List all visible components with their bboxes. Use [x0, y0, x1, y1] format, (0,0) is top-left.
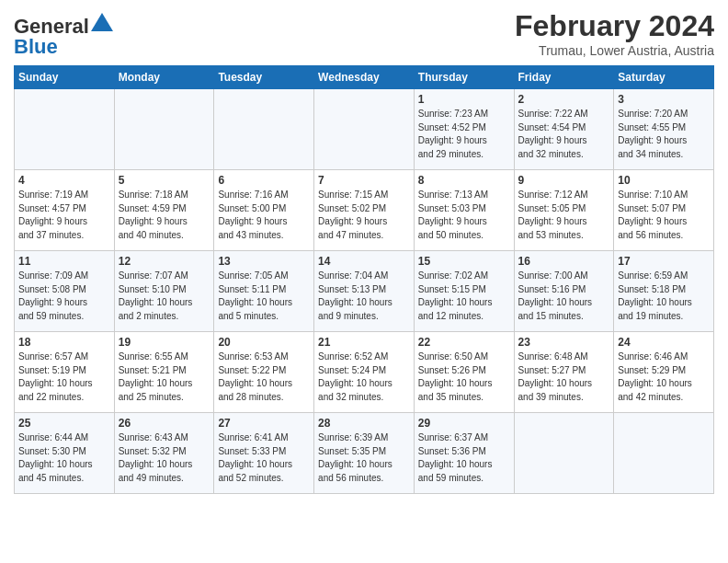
- calendar-cell: 1Sunrise: 7:23 AM Sunset: 4:52 PM Daylig…: [414, 89, 514, 170]
- calendar-cell: 26Sunrise: 6:43 AM Sunset: 5:32 PM Dayli…: [114, 413, 214, 494]
- day-number: 25: [18, 417, 110, 430]
- cell-info: Sunrise: 7:18 AM Sunset: 4:59 PM Dayligh…: [119, 189, 210, 242]
- cell-info: Sunrise: 6:52 AM Sunset: 5:24 PM Dayligh…: [318, 350, 410, 404]
- cell-info: Sunrise: 7:19 AM Sunset: 4:57 PM Dayligh…: [18, 189, 110, 242]
- calendar-cell: [314, 89, 415, 170]
- day-number: 13: [218, 255, 310, 268]
- calendar-cell: [614, 413, 714, 494]
- header-sunday: Sunday: [15, 66, 115, 89]
- calendar-body: 1Sunrise: 7:23 AM Sunset: 4:52 PM Daylig…: [15, 89, 714, 494]
- day-number: 29: [418, 417, 510, 430]
- day-number: 16: [518, 255, 610, 268]
- calendar-cell: 2Sunrise: 7:22 AM Sunset: 4:54 PM Daylig…: [514, 89, 614, 170]
- cell-info: Sunrise: 7:15 AM Sunset: 5:02 PM Dayligh…: [318, 189, 410, 242]
- day-number: 26: [119, 417, 210, 430]
- cell-info: Sunrise: 6:46 AM Sunset: 5:29 PM Dayligh…: [618, 350, 710, 404]
- day-number: 7: [318, 174, 410, 187]
- cell-info: Sunrise: 6:41 AM Sunset: 5:33 PM Dayligh…: [218, 431, 310, 485]
- day-number: 12: [119, 255, 210, 268]
- day-number: 4: [18, 174, 110, 187]
- header-thursday: Thursday: [414, 66, 514, 89]
- cell-info: Sunrise: 7:23 AM Sunset: 4:52 PM Dayligh…: [418, 108, 510, 161]
- day-number: 18: [18, 336, 110, 349]
- cell-info: Sunrise: 7:02 AM Sunset: 5:15 PM Dayligh…: [418, 270, 510, 323]
- calendar-cell: 6Sunrise: 7:16 AM Sunset: 5:00 PM Daylig…: [214, 170, 314, 251]
- header-wednesday: Wednesday: [314, 66, 415, 89]
- cell-info: Sunrise: 7:07 AM Sunset: 5:10 PM Dayligh…: [119, 270, 210, 323]
- cell-info: Sunrise: 6:37 AM Sunset: 5:36 PM Dayligh…: [418, 431, 510, 485]
- calendar-cell: 17Sunrise: 6:59 AM Sunset: 5:18 PM Dayli…: [614, 251, 714, 332]
- day-number: 10: [618, 174, 710, 187]
- header-friday: Friday: [514, 66, 614, 89]
- day-number: 8: [418, 174, 510, 187]
- cell-info: Sunrise: 6:39 AM Sunset: 5:35 PM Dayligh…: [318, 431, 410, 485]
- calendar-cell: 5Sunrise: 7:18 AM Sunset: 4:59 PM Daylig…: [114, 170, 214, 251]
- cell-info: Sunrise: 6:43 AM Sunset: 5:32 PM Dayligh…: [119, 431, 210, 485]
- calendar-cell: 29Sunrise: 6:37 AM Sunset: 5:36 PM Dayli…: [414, 413, 514, 494]
- cell-info: Sunrise: 7:22 AM Sunset: 4:54 PM Dayligh…: [518, 108, 610, 161]
- calendar-cell: 21Sunrise: 6:52 AM Sunset: 5:24 PM Dayli…: [314, 332, 415, 413]
- calendar-cell: 8Sunrise: 7:13 AM Sunset: 5:03 PM Daylig…: [414, 170, 514, 251]
- day-number: 9: [518, 174, 610, 187]
- day-number: 11: [18, 255, 110, 268]
- day-number: 28: [318, 417, 410, 430]
- cell-info: Sunrise: 6:55 AM Sunset: 5:21 PM Dayligh…: [119, 350, 210, 404]
- header: General Blue February 2024 Trumau, Lower…: [14, 9, 714, 58]
- week-row-1: 1Sunrise: 7:23 AM Sunset: 4:52 PM Daylig…: [15, 89, 714, 170]
- day-number: 21: [318, 336, 410, 349]
- cell-info: Sunrise: 6:50 AM Sunset: 5:26 PM Dayligh…: [418, 350, 510, 404]
- header-tuesday: Tuesday: [214, 66, 314, 89]
- cell-info: Sunrise: 7:04 AM Sunset: 5:13 PM Dayligh…: [318, 270, 410, 323]
- calendar-cell: 18Sunrise: 6:57 AM Sunset: 5:19 PM Dayli…: [15, 332, 115, 413]
- week-row-5: 25Sunrise: 6:44 AM Sunset: 5:30 PM Dayli…: [15, 413, 714, 494]
- calendar-cell: 27Sunrise: 6:41 AM Sunset: 5:33 PM Dayli…: [214, 413, 314, 494]
- calendar-cell: 28Sunrise: 6:39 AM Sunset: 5:35 PM Dayli…: [314, 413, 415, 494]
- calendar-cell: 3Sunrise: 7:20 AM Sunset: 4:55 PM Daylig…: [614, 89, 714, 170]
- cell-info: Sunrise: 7:13 AM Sunset: 5:03 PM Dayligh…: [418, 189, 510, 242]
- cell-info: Sunrise: 6:59 AM Sunset: 5:18 PM Dayligh…: [618, 270, 710, 323]
- cell-info: Sunrise: 6:44 AM Sunset: 5:30 PM Dayligh…: [18, 431, 110, 485]
- main-title: February 2024: [515, 9, 714, 43]
- calendar-cell: [514, 413, 614, 494]
- day-number: 17: [618, 255, 710, 268]
- cell-info: Sunrise: 6:53 AM Sunset: 5:22 PM Dayligh…: [218, 350, 310, 404]
- calendar-cell: 10Sunrise: 7:10 AM Sunset: 5:07 PM Dayli…: [614, 170, 714, 251]
- header-monday: Monday: [114, 66, 214, 89]
- logo-icon: [91, 13, 113, 31]
- calendar-cell: 14Sunrise: 7:04 AM Sunset: 5:13 PM Dayli…: [314, 251, 415, 332]
- day-number: 3: [618, 93, 710, 106]
- calendar-cell: 15Sunrise: 7:02 AM Sunset: 5:15 PM Dayli…: [414, 251, 514, 332]
- day-number: 24: [618, 336, 710, 349]
- calendar-cell: [15, 89, 115, 170]
- calendar-cell: 11Sunrise: 7:09 AM Sunset: 5:08 PM Dayli…: [15, 251, 115, 332]
- day-number: 15: [418, 255, 510, 268]
- day-number: 1: [418, 93, 510, 106]
- cell-info: Sunrise: 7:12 AM Sunset: 5:05 PM Dayligh…: [518, 189, 610, 242]
- calendar-cell: 16Sunrise: 7:00 AM Sunset: 5:16 PM Dayli…: [514, 251, 614, 332]
- cell-info: Sunrise: 7:09 AM Sunset: 5:08 PM Dayligh…: [18, 270, 110, 323]
- logo-blue: Blue: [14, 35, 58, 58]
- logo: General Blue: [14, 15, 113, 57]
- day-number: 20: [218, 336, 310, 349]
- cell-info: Sunrise: 7:00 AM Sunset: 5:16 PM Dayligh…: [518, 270, 610, 323]
- calendar-cell: 13Sunrise: 7:05 AM Sunset: 5:11 PM Dayli…: [214, 251, 314, 332]
- week-row-2: 4Sunrise: 7:19 AM Sunset: 4:57 PM Daylig…: [15, 170, 714, 251]
- day-number: 6: [218, 174, 310, 187]
- cell-info: Sunrise: 6:57 AM Sunset: 5:19 PM Dayligh…: [18, 350, 110, 404]
- calendar-cell: 23Sunrise: 6:48 AM Sunset: 5:27 PM Dayli…: [514, 332, 614, 413]
- day-number: 5: [119, 174, 210, 187]
- calendar-cell: 12Sunrise: 7:07 AM Sunset: 5:10 PM Dayli…: [114, 251, 214, 332]
- week-row-3: 11Sunrise: 7:09 AM Sunset: 5:08 PM Dayli…: [15, 251, 714, 332]
- calendar-header-row: SundayMondayTuesdayWednesdayThursdayFrid…: [15, 66, 714, 89]
- cell-info: Sunrise: 6:48 AM Sunset: 5:27 PM Dayligh…: [518, 350, 610, 404]
- calendar-cell: 25Sunrise: 6:44 AM Sunset: 5:30 PM Dayli…: [15, 413, 115, 494]
- day-number: 2: [518, 93, 610, 106]
- cell-info: Sunrise: 7:10 AM Sunset: 5:07 PM Dayligh…: [618, 189, 710, 242]
- calendar-cell: 19Sunrise: 6:55 AM Sunset: 5:21 PM Dayli…: [114, 332, 214, 413]
- week-row-4: 18Sunrise: 6:57 AM Sunset: 5:19 PM Dayli…: [15, 332, 714, 413]
- calendar-cell: 24Sunrise: 6:46 AM Sunset: 5:29 PM Dayli…: [614, 332, 714, 413]
- calendar-cell: 22Sunrise: 6:50 AM Sunset: 5:26 PM Dayli…: [414, 332, 514, 413]
- calendar-cell: 9Sunrise: 7:12 AM Sunset: 5:05 PM Daylig…: [514, 170, 614, 251]
- day-number: 27: [218, 417, 310, 430]
- header-saturday: Saturday: [614, 66, 714, 89]
